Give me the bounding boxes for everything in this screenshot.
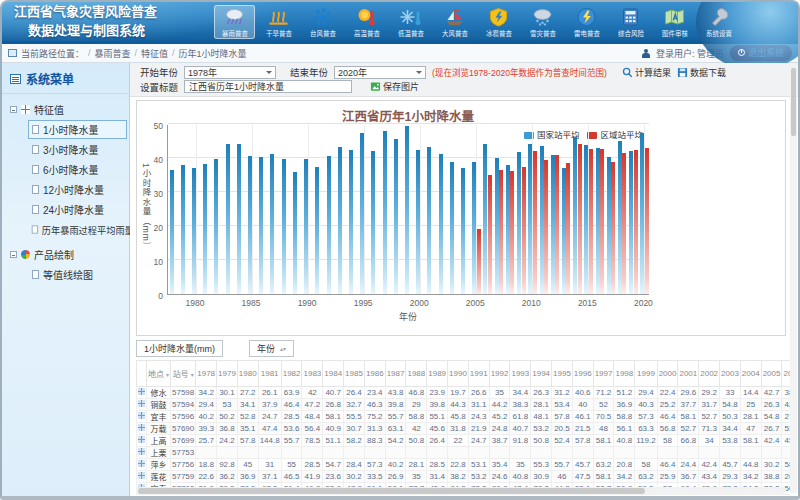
breadcrumb-item-current[interactable]: 历年1小时降水量: [179, 47, 247, 60]
breadcrumb-item-feature[interactable]: 特征值: [141, 47, 168, 60]
table-row[interactable]: 万载5769039.336.835.147.453.656.440.930.73…: [137, 423, 791, 435]
toolbar-item-0[interactable]: 暴雨普查: [214, 5, 255, 39]
end-year-select[interactable]: 2020年: [334, 66, 426, 79]
legend-item-regional[interactable]: 区域站平均: [587, 128, 643, 140]
tree-item-contour-map[interactable]: 等值线绘图: [28, 265, 127, 284]
bar-regional-2009[interactable]: [522, 167, 526, 295]
year-column-header-1985[interactable]: 1985: [344, 361, 365, 387]
bar-regional-2014[interactable]: [578, 144, 582, 294]
bar-national-1979[interactable]: [181, 165, 185, 294]
bar-national-2012[interactable]: [551, 155, 555, 294]
bar-national-1989[interactable]: [293, 172, 297, 294]
expander-icon[interactable]: [10, 251, 17, 258]
table-row[interactable]: 铜鼓5759429.45334.137.946.447.226.832.746.…: [137, 399, 791, 411]
bar-regional-2010[interactable]: [533, 151, 537, 294]
bar-national-2018[interactable]: [618, 141, 622, 294]
bar-national-1978[interactable]: [170, 170, 174, 294]
hscroll-thumb[interactable]: [138, 488, 645, 494]
bar-national-2007[interactable]: [495, 158, 499, 294]
tree-item-3h-rain[interactable]: 3小时降水量: [28, 140, 127, 159]
bar-national-2010[interactable]: [528, 144, 532, 294]
year-column-header-1987[interactable]: 1987: [385, 361, 406, 387]
data-download-button[interactable]: 数据下载: [677, 66, 726, 79]
toolbar-item-8[interactable]: 雷电普查: [566, 5, 607, 39]
breadcrumb-item-survey[interactable]: 暴雨普查: [95, 47, 131, 60]
bar-national-2009[interactable]: [517, 152, 521, 294]
bar-national-1995[interactable]: [360, 133, 364, 294]
bar-national-1990[interactable]: [304, 159, 308, 294]
toolbar-item-5[interactable]: 大风普查: [434, 5, 475, 39]
bar-national-1998[interactable]: [394, 139, 398, 294]
year-filter-dropdown[interactable]: 年份 ▴▾: [249, 340, 294, 357]
year-column-header-1980[interactable]: 1980: [237, 361, 258, 387]
year-column-header-1998[interactable]: 1998: [614, 361, 635, 387]
tree-item-12h-rain[interactable]: 12小时降水量: [28, 180, 127, 199]
tree-item-6h-rain[interactable]: 6小时降水量: [28, 160, 127, 179]
bar-national-2017[interactable]: [607, 157, 611, 294]
toolbar-item-10[interactable]: 图件审核: [654, 5, 695, 39]
toolbar-item-9[interactable]: 综合风险: [610, 5, 651, 39]
bar-regional-2005[interactable]: [477, 229, 481, 294]
bar-national-1988[interactable]: [282, 159, 286, 294]
bar-regional-2007[interactable]: [499, 170, 503, 294]
table-row[interactable]: 莲花5775922.636.236.937.146.541.923.630.23…: [137, 471, 791, 483]
year-column-header-1981[interactable]: 1981: [258, 361, 281, 387]
data-table-wrap[interactable]: 地点▾站号▾1978197919801981198219831984198519…: [136, 360, 790, 495]
bar-national-2015[interactable]: [584, 145, 588, 294]
table-row[interactable]: 上高5769925.724.257.8144.855.778.551.158.2…: [137, 435, 791, 447]
horizontal-scrollbar[interactable]: [136, 487, 786, 495]
table-row[interactable]: 宜丰5759640.250.252.824.728.548.458.155.57…: [137, 411, 791, 423]
start-year-select[interactable]: 1978年: [184, 66, 276, 79]
year-column-header-1984[interactable]: 1984: [323, 361, 344, 387]
bar-regional-2015[interactable]: [589, 149, 593, 294]
year-column-header-1988[interactable]: 1988: [406, 361, 427, 387]
bar-regional-2011[interactable]: [544, 160, 548, 294]
bar-regional-2013[interactable]: [566, 163, 570, 294]
bar-regional-2020[interactable]: [645, 148, 649, 294]
bar-national-1984[interactable]: [237, 144, 241, 294]
bar-national-2000[interactable]: [416, 150, 420, 294]
calc-result-button[interactable]: 计算结果: [622, 66, 671, 79]
bar-national-1991[interactable]: [315, 167, 319, 295]
year-column-header-1999[interactable]: 1999: [635, 361, 657, 387]
year-column-header-1996[interactable]: 1996: [572, 361, 593, 387]
year-column-header-1989[interactable]: 1989: [427, 361, 448, 387]
bar-national-1986[interactable]: [259, 157, 263, 294]
year-column-header-2002[interactable]: 2002: [699, 361, 720, 387]
bar-national-1992[interactable]: [327, 156, 331, 294]
year-column-header-2004[interactable]: 2004: [740, 361, 761, 387]
chart-title-input[interactable]: 江西省历年1小时降水量: [184, 80, 352, 93]
year-column-header-1992[interactable]: 1992: [489, 361, 510, 387]
year-column-header-1994[interactable]: 1994: [531, 361, 552, 387]
bar-national-2001[interactable]: [427, 147, 431, 294]
bar-regional-2012[interactable]: [555, 155, 559, 294]
bar-regional-2017[interactable]: [611, 162, 615, 294]
year-column-header-2000[interactable]: 2000: [657, 361, 678, 387]
table-row[interactable]: 修水5759834.230.127.226.163.94240.726.423.…: [137, 387, 791, 399]
year-column-header-1991[interactable]: 1991: [468, 361, 489, 387]
bar-regional-2008[interactable]: [510, 171, 514, 294]
place-column-header[interactable]: 地点▾: [147, 361, 171, 387]
bar-national-1997[interactable]: [383, 131, 387, 294]
year-column-header-1982[interactable]: 1982: [281, 361, 302, 387]
tree-item-24h-rain[interactable]: 24小时降水量: [28, 200, 127, 219]
bar-regional-2016[interactable]: [600, 149, 604, 294]
vscroll-thumb[interactable]: [791, 68, 796, 136]
bar-national-2020[interactable]: [640, 133, 644, 295]
bar-national-2002[interactable]: [439, 154, 443, 294]
bar-national-2005[interactable]: [472, 162, 476, 294]
tree-item-1h-rain[interactable]: 1小时降水量: [28, 120, 127, 139]
bar-national-2014[interactable]: [573, 137, 577, 294]
toolbar-item-6[interactable]: 冰雹普查: [478, 5, 519, 39]
bar-national-1993[interactable]: [338, 147, 342, 294]
toolbar-item-2[interactable]: 台风普查: [302, 5, 343, 39]
vertical-scrollbar[interactable]: [790, 66, 797, 493]
toolbar-item-3[interactable]: 高温普查: [346, 5, 387, 39]
expander-icon[interactable]: [10, 106, 17, 113]
toolbar-item-4[interactable]: 低温普查: [390, 5, 431, 39]
toolbar-item-7[interactable]: 雪灾普查: [522, 5, 563, 39]
toolbar-item-11[interactable]: 系统设置: [698, 5, 739, 39]
bar-national-1999[interactable]: [405, 126, 409, 294]
bar-regional-2019[interactable]: [634, 150, 638, 294]
bar-national-1985[interactable]: [248, 156, 252, 294]
